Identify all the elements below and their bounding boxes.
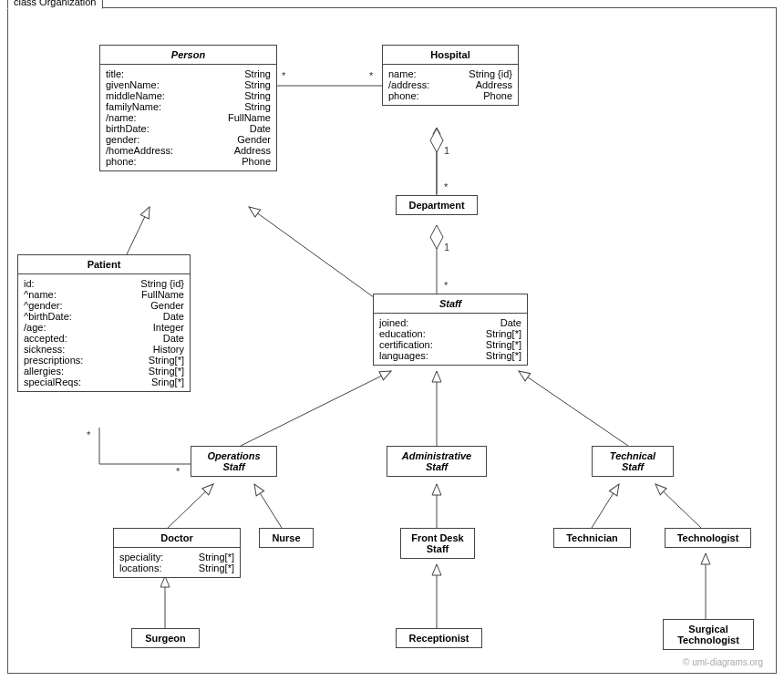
class-adminstaff-title: Administrative Staff	[387, 447, 486, 476]
mult-patient-opstaff-2: *	[176, 466, 180, 477]
class-surgeon-title: Surgeon	[132, 629, 199, 647]
class-staff: Staff joined:Date education:String[*] ce…	[373, 294, 528, 366]
package-label: class Organization	[7, 0, 103, 9]
class-department-title: Department	[397, 196, 477, 214]
class-nurse: Nurse	[259, 528, 314, 548]
class-staff-title: Staff	[374, 294, 527, 314]
class-person-attrs: title:String givenName:String middleName…	[100, 65, 276, 170]
class-department: Department	[396, 195, 478, 215]
class-hospital-title: Hospital	[383, 46, 518, 65]
svg-line-5	[249, 207, 377, 300]
class-doctor-title: Doctor	[114, 529, 240, 548]
class-surgtech-title: Surgical Technologist	[664, 620, 753, 649]
class-surgeon: Surgeon	[131, 628, 200, 648]
class-opstaff-title: Operations Staff	[191, 447, 276, 476]
class-frontdesk: Front Desk Staff	[400, 528, 475, 559]
mult-dept-staff-star: *	[444, 280, 448, 291]
class-doctor: Doctor speciality:String[*] locations:St…	[113, 528, 241, 578]
class-technologist-title: Technologist	[665, 529, 750, 547]
class-doctor-attrs: speciality:String[*] locations:String[*]	[114, 548, 240, 577]
svg-line-10	[519, 371, 628, 446]
class-technician: Technician	[553, 528, 631, 548]
class-person-title: Person	[100, 46, 276, 65]
mult-patient-opstaff-1: *	[87, 429, 90, 440]
svg-line-15	[655, 484, 701, 528]
mult-person-hospital-right: *	[369, 70, 373, 81]
mult-dept-staff-1: 1	[444, 242, 449, 253]
class-hospital: Hospital name:String {id} /address:Addre…	[382, 45, 519, 106]
class-techstaff-title: Technical Staff	[593, 447, 673, 476]
mult-hospital-dept-star: *	[444, 181, 448, 192]
svg-line-14	[592, 484, 619, 528]
class-techstaff: Technical Staff	[592, 446, 674, 477]
svg-line-11	[168, 484, 213, 528]
class-opstaff: Operations Staff	[191, 446, 277, 477]
class-receptionist: Receptionist	[396, 628, 482, 648]
package-frame: class Organization	[7, 7, 777, 674]
class-surgtech: Surgical Technologist	[663, 619, 754, 650]
class-patient-attrs: id:String {id} ^name:FullName ^gender:Ge…	[18, 274, 190, 391]
class-staff-attrs: joined:Date education:String[*] certific…	[374, 314, 527, 365]
class-technologist: Technologist	[665, 528, 751, 548]
class-receptionist-title: Receptionist	[397, 629, 481, 647]
watermark: © uml-diagrams.org	[683, 657, 763, 667]
class-nurse-title: Nurse	[260, 529, 313, 547]
class-frontdesk-title: Front Desk Staff	[401, 529, 474, 558]
svg-line-4	[127, 207, 150, 254]
class-hospital-attrs: name:String {id} /address:Address phone:…	[383, 65, 518, 105]
class-patient: Patient id:String {id} ^name:FullName ^g…	[17, 254, 191, 392]
class-person: Person title:String givenName:String mid…	[99, 45, 277, 171]
class-patient-title: Patient	[18, 255, 190, 274]
svg-line-12	[254, 484, 282, 528]
class-technician-title: Technician	[554, 529, 630, 547]
class-adminstaff: Administrative Staff	[387, 446, 487, 477]
mult-person-hospital-left: *	[282, 70, 285, 81]
svg-line-8	[241, 371, 391, 446]
mult-hospital-dept-1: 1	[444, 145, 449, 156]
